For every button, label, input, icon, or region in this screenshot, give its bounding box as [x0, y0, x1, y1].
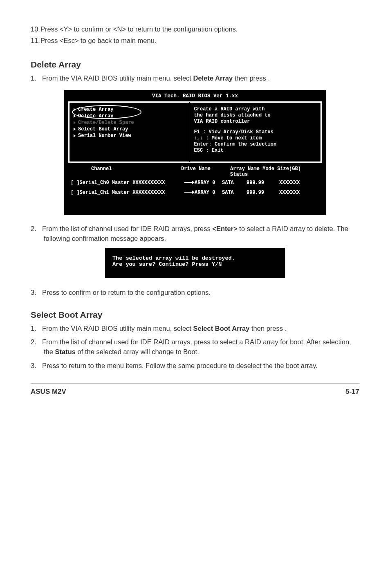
- delete-steps: 1.From the VIA RAID BIOS utility main me…: [31, 74, 359, 83]
- bios-screenshot: VIA Tech. RAID BIOS Ver 1.xx Create Arra…: [64, 90, 326, 215]
- step-10: 10.Press <Y> to confirm or <N> to return…: [31, 25, 359, 34]
- step-text: Press <Y> to confirm or <N> to return to…: [40, 25, 238, 33]
- triangle-icon: [74, 128, 76, 131]
- boot-step-3: 3.Press to return to the menu items. Fol…: [31, 361, 359, 371]
- menu-item-create: Create Array: [74, 107, 185, 112]
- delete-step-3: 3.Press to confirm or to return to the c…: [31, 288, 359, 298]
- table-row: [ ]Serial_Ch0 Master XXXXXXXXXXX ARRAY 0…: [71, 180, 319, 186]
- menu-item-serial: Serial Number View: [74, 133, 185, 139]
- step-text: From the VIA RAID BIOS utility main menu…: [42, 74, 270, 82]
- delete-steps-cont: 2.From the list of channel used for IDE …: [31, 224, 359, 244]
- triangle-icon: [74, 134, 76, 137]
- destroy-line1: The selected array will be destroyed.: [112, 255, 278, 261]
- delete-step-2: 2.From the list of channel used for IDE …: [31, 224, 359, 244]
- delete-steps-cont2: 3.Press to confirm or to return to the c…: [31, 288, 359, 298]
- bios-title: VIA Tech. RAID BIOS Ver 1.xx: [68, 93, 322, 99]
- step-num: 10.: [31, 25, 40, 34]
- bios-help-pane: Create a RAID array with the hard disks …: [190, 101, 322, 163]
- boot-step-2: 2.From the list of channel used for IDE …: [31, 337, 359, 357]
- section-title-delete: Delete Array: [31, 60, 359, 70]
- bios-panel: VIA Tech. RAID BIOS Ver 1.xx Create Arra…: [64, 90, 326, 215]
- step-text: From the VIA RAID BIOS utility main menu…: [42, 325, 287, 332]
- menu-item-boot: Select Boot Array: [74, 126, 185, 132]
- boot-steps: 1.From the VIA RAID BIOS utility main me…: [31, 324, 359, 371]
- step-11: 11.Press <Esc> to go back to main menu.: [31, 36, 359, 46]
- destroy-message: The selected array will be destroyed. Ar…: [105, 248, 285, 278]
- table-header: Channel Drive Name Array Name Mode Size(…: [71, 166, 319, 177]
- triangle-icon: [74, 114, 76, 118]
- triangle-icon: [74, 108, 76, 111]
- bios-channel-table: Channel Drive Name Array Name Mode Size(…: [68, 166, 322, 211]
- page-footer: ASUS M2V 5-17: [31, 383, 359, 396]
- arrow-icon: [192, 190, 195, 194]
- footer-right: 5-17: [345, 388, 359, 396]
- step-text: Press to return to the menu items. Follo…: [42, 362, 318, 369]
- step-text: Press to confirm or to return to the con…: [42, 289, 211, 296]
- step-num: 11.: [31, 36, 40, 46]
- destroy-box: The selected array will be destroyed. Ar…: [105, 248, 285, 278]
- section-title-boot: Select Boot Array: [31, 310, 359, 320]
- boot-step-1: 1.From the VIA RAID BIOS utility main me…: [31, 324, 359, 334]
- table-row: [ ]Serial_Ch1 Master XXXXXXXXXXX ARRAY 0…: [71, 190, 319, 195]
- delete-step-1: 1.From the VIA RAID BIOS utility main me…: [31, 74, 359, 83]
- triangle-icon: [74, 121, 76, 124]
- arrow-icon: [192, 180, 195, 184]
- bios-menu-pane: Create Array Delete Array Create/Delete …: [68, 101, 190, 163]
- menu-item-spare: Create/Delete Spare: [74, 120, 185, 126]
- destroy-line2: Are you sure? Continue? Press Y/N: [112, 261, 278, 267]
- step-text: From the list of channel used for IDE RA…: [42, 338, 351, 355]
- intro-steps: 10.Press <Y> to confirm or <N> to return…: [31, 25, 359, 46]
- menu-item-delete: Delete Array: [74, 113, 185, 119]
- step-text: From the list of channel used for IDE RA…: [42, 225, 348, 242]
- step-text: Press <Esc> to go back to main menu.: [40, 37, 156, 44]
- footer-left: ASUS M2V: [31, 388, 66, 396]
